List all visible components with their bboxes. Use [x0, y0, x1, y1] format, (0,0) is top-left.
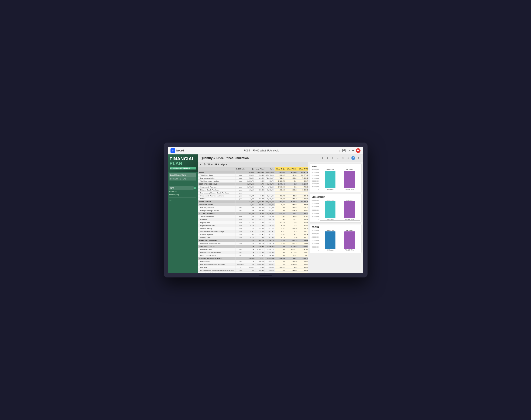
sidebar-sub-third-party[interactable]: Third Party — [168, 191, 198, 193]
table-row: COST OF GOODS SOLD 6,877,049 6.75 46,395… — [198, 183, 308, 186]
nav-1[interactable]: 1 — [321, 156, 325, 160]
data-table: UoM/Month Qty Avg Price Value What-IF Qt… — [198, 167, 308, 273]
content-area: Quantity & Price Effect Simulation 1 2 3… — [198, 154, 363, 273]
cell-uom — [235, 272, 246, 273]
cell-avg-price: 4,063.00 — [255, 263, 265, 266]
table-row: Personnel costs FTE 706 4,831.11 3,410,7… — [198, 248, 308, 251]
cell-label: Car rental — [198, 218, 235, 221]
chart-gross-margin: Gross Margin 300,000,000 250,000,000 200… — [310, 194, 361, 223]
nav-8[interactable]: 8 — [357, 156, 360, 160]
cell-uom: cars — [235, 215, 246, 218]
main-content: FINANCIAL PLAN FINANCIAL STATEMENT Legal… — [168, 154, 363, 273]
cell-qty: 706 — [246, 245, 255, 248]
cell-value: 476,252 — [265, 224, 275, 227]
cell-label: Data processing & Internet — [198, 209, 235, 212]
cell-qty: 659 — [246, 269, 255, 272]
sidebar-item-ic[interactable]: IC/IP — [169, 186, 194, 190]
cell-qty: 706 — [246, 206, 255, 209]
chart-sales-y-axis: 350,000,000 300,000,000 250,000,000 200,… — [312, 169, 320, 190]
cell-wi-value: 653,324 — [298, 209, 308, 212]
cell-wi-value: 585,072 — [298, 263, 308, 266]
cell-label: Representation costs — [198, 224, 235, 227]
cell-avg-price: 7,134.03 — [255, 245, 265, 248]
cell-wi-qty: 1,789 — [275, 242, 286, 245]
cell-qty: 184,831 — [246, 200, 255, 203]
cell-uom: num — [235, 233, 246, 236]
cell-value: 184,000 — [265, 206, 275, 209]
cell-avg-price: 2.65 — [255, 266, 265, 269]
cell-wi-qty: 706 — [275, 209, 286, 212]
cell-wi-value: 1,539,003 — [298, 251, 308, 254]
cell-qty: 254,024 — [246, 257, 255, 260]
cell-label: Highway fees — [198, 221, 235, 224]
cell-value: 237,770,015 — [265, 174, 275, 177]
cell-label: COST OF GOODS SOLD — [198, 183, 235, 186]
settings-icon[interactable]: ⚙ — [203, 163, 206, 166]
cell-wi-price: 1,422.83 — [286, 200, 298, 203]
cell-wi-qty: 6,158 — [275, 224, 286, 227]
nav-2[interactable]: 2 — [326, 156, 330, 160]
share-icon[interactable]: ↗ — [348, 149, 350, 152]
chart-sales: Sales 350,000,000 300,000,000 250,000,00… — [310, 164, 361, 192]
cell-wi-qty: 185,417 — [275, 266, 286, 269]
table-row: Pension & National Insurance FTE 706 2,1… — [198, 251, 308, 254]
cell-wi-value: 3,410,767 — [298, 248, 308, 251]
sidebar-item-legal[interactable]: Legal Entity: Alpha — [169, 173, 196, 177]
chart-ebitda-title: EBITDA — [312, 226, 360, 228]
nav-5[interactable]: 5 — [341, 156, 345, 160]
cell-wi-qty: 184,831 — [275, 200, 286, 203]
cell-qty: 212,732 — [246, 212, 255, 215]
cell-avg-price: 0.64 — [255, 180, 265, 183]
page-header: Quantity & Price Effect Simulation 1 2 3… — [198, 154, 363, 162]
cell-wi-qty: 706 — [275, 245, 286, 248]
sidebar-sub-intercompany[interactable]: Intercompany — [168, 193, 198, 196]
cell-qty: 11,028 — [246, 197, 255, 200]
cell-wi-value: 662,073 — [298, 230, 308, 233]
cell-wi-qty — [275, 192, 286, 195]
cell-wi-price: 828.38 — [286, 269, 298, 272]
cell-uom — [235, 183, 246, 186]
cell-label: GENERAL & ADMINISTRATIVE — [198, 257, 235, 260]
col-header-name — [198, 167, 235, 171]
cell-avg-price: 100.00 — [255, 177, 265, 180]
menu-icon[interactable]: ≡ — [352, 149, 354, 152]
cell-uom: lt — [235, 266, 246, 269]
cell-wi-qty: 157,710 — [275, 221, 286, 224]
home-icon[interactable]: ⌂ — [338, 149, 340, 152]
nav-7[interactable]: 7 — [351, 156, 355, 160]
cell-wi-value: 461,878 — [298, 233, 308, 236]
sales-whatif-col: 309,377,632 What IF Value — [342, 169, 357, 190]
chart-sales-title: Sales — [312, 165, 360, 168]
cell-avg-price: 352.47 — [255, 197, 265, 200]
cell-wi-price: 0.71 — [286, 186, 298, 189]
cell-value: 695,150 — [265, 218, 275, 221]
cell-wi-value: 531,267 — [298, 227, 308, 230]
cell-qty: 1,412 — [246, 203, 255, 206]
page-title: Quantity & Price Effect Simulation — [201, 156, 249, 160]
nav-4[interactable]: 4 — [336, 156, 340, 160]
col-header-wi-qty: What-IF Qty — [275, 167, 286, 171]
gm-whatif-col: 262,981,904 What IF Value — [342, 199, 357, 220]
table-row: Car rental num 964 721.11 695,150 964 72… — [198, 218, 308, 221]
cell-value: 837,324 — [265, 203, 275, 206]
cell-avg-price: 123.02 — [255, 254, 265, 257]
cell-wi-price: 4,831.11 — [286, 248, 298, 251]
avatar[interactable]: PC — [356, 148, 360, 153]
sales-bdg-bar — [325, 171, 335, 188]
cell-avg-price — [255, 272, 265, 273]
cell-wi-value: 4,376,924 — [298, 212, 308, 215]
cell-wi-value: 237,770,015 — [298, 174, 308, 177]
cell-uom: pcs — [235, 177, 246, 180]
cell-wi-price: 260.62 — [286, 206, 298, 209]
cell-value: 262,981,908 — [265, 200, 275, 203]
filter-icon[interactable]: ▼ — [199, 163, 202, 166]
nav-3[interactable]: 3 — [331, 156, 335, 160]
cell-avg-price: 77.34 — [255, 224, 265, 227]
cell-uom: pcs — [235, 180, 246, 183]
cell-wi-price: 100.00 — [286, 177, 298, 180]
sidebar-item-scenario[interactable]: Scenario: FCT 3+9 — [169, 177, 196, 180]
cell-qty: 706 — [246, 251, 255, 254]
nav-6[interactable]: 6 — [346, 156, 350, 160]
save-icon[interactable]: 💾 — [342, 149, 346, 152]
cell-wi-price: 484.34 — [286, 174, 298, 177]
